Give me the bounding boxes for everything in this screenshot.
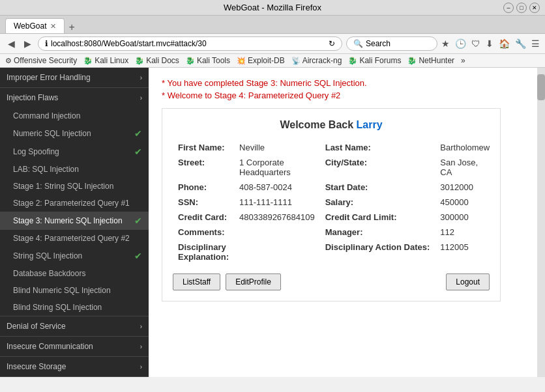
shield-icon[interactable]: 🛡: [471, 38, 480, 49]
chevron-down-icon: ›: [140, 94, 142, 102]
sidebar-header-insecure-storage[interactable]: Insecure Storage ›: [0, 357, 149, 376]
sidebar-item-numeric-sql[interactable]: Numeric SQL Injection ✔: [0, 124, 149, 143]
sidebar-section-dos: Denial of Service ›: [0, 316, 149, 337]
bookmark-offensive-security[interactable]: ⚙ Offensive Security: [5, 56, 77, 65]
field-value: 112005: [435, 240, 495, 264]
welcome-title: Welcome Back Larry: [173, 119, 490, 131]
tab-close-button[interactable]: ✕: [50, 22, 56, 31]
sidebar-item-label: Stage 1: String SQL Injection: [13, 182, 113, 191]
field-label: Credit Card:: [173, 210, 234, 225]
bookmark-aircrack[interactable]: 📡 Aircrack-ng: [291, 56, 342, 65]
window-controls: – □ ✕: [503, 3, 540, 13]
minimize-button[interactable]: –: [503, 3, 514, 13]
bookmark-label: Kali Docs: [146, 56, 179, 65]
bookmarks-icon[interactable]: ★: [441, 38, 450, 49]
bookmarks-bar: ⚙ Offensive Security 🐉 Kali Linux 🐉 Kali…: [0, 54, 545, 68]
welcome-prefix: Welcome Back: [280, 119, 356, 130]
home-icon[interactable]: 🏠: [499, 38, 510, 49]
scrollbar[interactable]: [537, 68, 545, 377]
sidebar-item-label: Stage 3: Numeric SQL Injection: [13, 216, 123, 225]
field-label: SSN:: [173, 195, 234, 210]
sidebar-item-label: Blind Numeric SQL Injection: [13, 286, 111, 295]
bookmark-label: Exploit-DB: [248, 56, 285, 65]
table-row: SSN: 111-111-1111 Salary: 450000: [173, 195, 495, 210]
bookmark-label: Kali Forums: [359, 56, 401, 65]
close-button[interactable]: ✕: [529, 3, 540, 13]
field-label: Phone:: [173, 180, 234, 195]
field-value: 450000: [435, 195, 495, 210]
bookmark-label: Kali Linux: [95, 56, 128, 65]
sidebar-header-dos[interactable]: Denial of Service ›: [0, 316, 149, 336]
field-value: 4803389267684109: [234, 210, 320, 225]
sidebar-item-command-injection[interactable]: Command Injection: [0, 107, 149, 124]
dev-icon[interactable]: 🔧: [515, 38, 526, 49]
bookmark-label: Aircrack-ng: [302, 56, 342, 65]
sidebar-section-label: Improper Error Handling: [7, 73, 91, 82]
table-row: Phone: 408-587-0024 Start Date: 3012000: [173, 180, 495, 195]
sidebar-item-db-backdoors[interactable]: Database Backdoors: [0, 265, 149, 282]
field-value: 111-111-1111: [234, 195, 320, 210]
maximize-button[interactable]: □: [516, 3, 527, 13]
sidebar-item-log-spoofing[interactable]: Log Spoofing ✔: [0, 143, 149, 161]
bookmark-label: Kali Tools: [197, 56, 230, 65]
sidebar-item-stage3[interactable]: Stage 3: Numeric SQL Injection ✔: [0, 212, 149, 230]
active-tab[interactable]: WebGoat ✕: [5, 18, 65, 33]
field-value: 1 Corporate Headquarters: [234, 155, 320, 180]
chevron-right-icon: ›: [140, 74, 142, 81]
kali-docs-icon: 🐉: [135, 57, 144, 65]
download-icon[interactable]: ⬇: [486, 38, 493, 49]
sidebar-item-label: Stage 2: Parameterized Query #1: [13, 199, 130, 208]
sidebar-item-label: Stage 4: Parameterized Query #2: [13, 234, 130, 243]
search-bar[interactable]: 🔍 Search: [346, 36, 437, 51]
sidebar-header-insecure-comm[interactable]: Insecure Communication ›: [0, 337, 149, 356]
sidebar-item-string-sql[interactable]: String SQL Injection ✔: [0, 247, 149, 265]
sidebar-item-stage2[interactable]: Stage 2: Parameterized Query #1: [0, 195, 149, 212]
sidebar-header-injection[interactable]: Injection Flaws ›: [0, 88, 149, 107]
check-icon: ✔: [134, 128, 142, 139]
new-tab-button[interactable]: +: [68, 21, 74, 33]
sidebar-item-label: Blind String SQL Injection: [13, 303, 102, 312]
bookmark-exploit-db[interactable]: 💥 Exploit-DB: [237, 56, 285, 65]
bookmark-more[interactable]: »: [461, 56, 465, 65]
table-row: Credit Card: 4803389267684109 Credit Car…: [173, 210, 495, 225]
sidebar-item-lab-sql[interactable]: LAB: SQL Injection: [0, 161, 149, 178]
sidebar-item-blind-string[interactable]: Blind String SQL Injection: [0, 299, 149, 316]
logout-button[interactable]: Logout: [446, 273, 490, 290]
field-label: First Name:: [173, 140, 234, 155]
forward-button[interactable]: ▶: [22, 37, 34, 50]
content-area: * You have completed Stage 3: Numeric SQ…: [149, 68, 537, 377]
bookmark-nethunter[interactable]: 🐉 NetHunter: [407, 56, 454, 65]
url-text: localhost:8080/WebGoat/start.mvc#attack/…: [51, 39, 326, 48]
table-row: Street: 1 Corporate Headquarters City/St…: [173, 155, 495, 180]
sidebar-item-stage1[interactable]: Stage 1: String SQL Injection: [0, 178, 149, 195]
main-container: Improper Error Handling › Injection Flaw…: [0, 68, 545, 377]
sidebar-item-stage4[interactable]: Stage 4: Parameterized Query #2: [0, 230, 149, 247]
sidebar-item-blind-numeric[interactable]: Blind Numeric SQL Injection: [0, 282, 149, 299]
field-label: Disciplinary Action Dates:: [320, 240, 435, 264]
bookmark-kali-forums[interactable]: 🐉 Kali Forums: [348, 56, 401, 65]
edit-profile-button[interactable]: EditProfile: [226, 273, 281, 290]
bookmark-kali-docs[interactable]: 🐉 Kali Docs: [135, 56, 179, 65]
history-icon[interactable]: 🕒: [455, 38, 466, 49]
security-icon: ℹ: [45, 39, 48, 48]
field-value: 300000: [435, 210, 495, 225]
stage-msg-1: * You have completed Stage 3: Numeric SQ…: [162, 78, 524, 88]
sidebar-header-error-handling[interactable]: Improper Error Handling ›: [0, 68, 149, 87]
field-label: Manager:: [320, 225, 435, 240]
search-placeholder: Search: [366, 39, 390, 48]
field-label: City/State:: [320, 155, 435, 180]
field-value: Neville: [234, 140, 320, 155]
field-value: [234, 225, 320, 240]
address-bar[interactable]: ℹ localhost:8080/WebGoat/start.mvc#attac…: [38, 36, 342, 51]
bookmark-kali-linux[interactable]: 🐉 Kali Linux: [83, 56, 128, 65]
back-button[interactable]: ◀: [5, 37, 18, 50]
list-staff-button[interactable]: ListStaff: [173, 273, 220, 290]
table-row: Comments: Manager: 112: [173, 225, 495, 240]
bookmark-kali-tools[interactable]: 🐉 Kali Tools: [186, 56, 230, 65]
scrollbar-thumb[interactable]: [537, 74, 545, 100]
reload-icon[interactable]: ↻: [329, 39, 335, 48]
nethunter-icon: 🐉: [407, 57, 417, 65]
field-label: Credit Card Limit:: [320, 210, 435, 225]
menu-icon[interactable]: ☰: [531, 38, 540, 49]
nav-icons: ★ 🕒 🛡 ⬇ 🏠 🔧 ☰: [441, 38, 540, 49]
